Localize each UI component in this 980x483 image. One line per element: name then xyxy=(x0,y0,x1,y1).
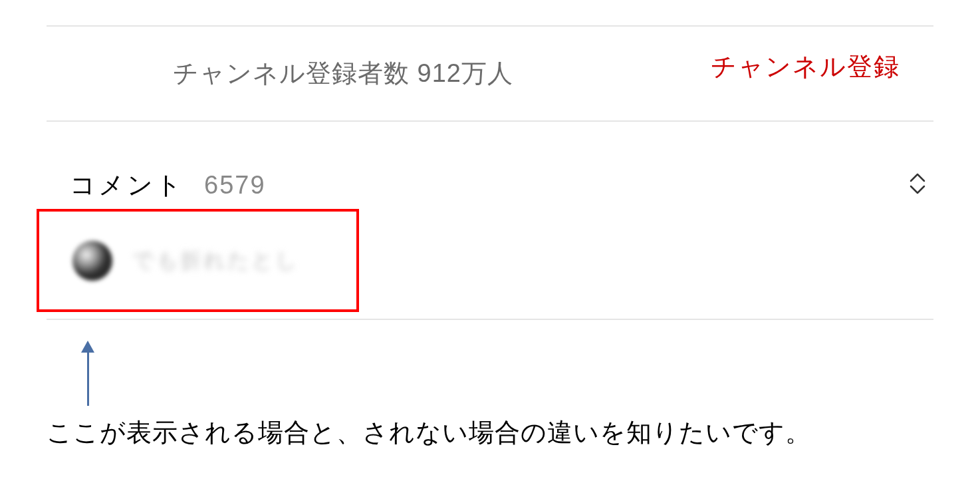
arrow-head-icon xyxy=(81,341,94,353)
comment-preview-text: でも折れたとし xyxy=(132,246,299,275)
expand-collapse-icon[interactable] xyxy=(908,172,927,196)
divider-middle xyxy=(47,120,933,122)
comments-section[interactable]: コメント 6579 でも折れたとし xyxy=(0,168,980,312)
channel-info-row: チャンネル登録者数 912万人 チャンネル登録 xyxy=(0,27,980,120)
subscribe-button[interactable]: チャンネル登録 xyxy=(711,50,900,84)
comments-header: コメント 6579 xyxy=(70,168,933,202)
subscriber-count: チャンネル登録者数 912万人 xyxy=(173,57,513,90)
divider-bottom xyxy=(47,319,933,320)
comments-count: 6579 xyxy=(204,171,266,200)
commenter-avatar[interactable] xyxy=(72,241,112,281)
annotation-highlight-box: でも折れたとし xyxy=(37,209,359,312)
comments-label: コメント xyxy=(70,168,184,202)
annotation-arrow xyxy=(81,341,94,406)
arrow-line xyxy=(87,353,89,406)
annotation-caption: ここが表示される場合と、されない場合の違いを知りたいです。 xyxy=(47,416,811,450)
